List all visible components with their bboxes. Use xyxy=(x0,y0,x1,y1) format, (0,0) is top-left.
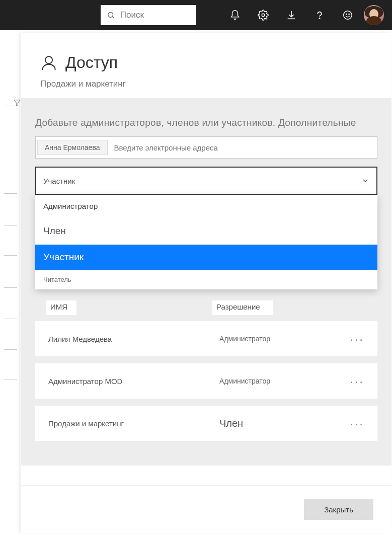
filter-icon xyxy=(13,99,21,107)
row-name: Лилия Медведева xyxy=(48,335,219,343)
download-icon[interactable] xyxy=(277,0,305,30)
role-select-value: Участник xyxy=(43,177,75,185)
role-option-participant[interactable]: Участник xyxy=(35,245,377,270)
smile-icon[interactable] xyxy=(334,0,362,30)
svg-line-1 xyxy=(113,17,114,18)
search-box[interactable] xyxy=(101,5,196,25)
col-name: ИМЯ xyxy=(46,300,76,315)
email-row[interactable]: Анна Ермолаева xyxy=(35,136,377,159)
role-option-admin[interactable]: Администратор xyxy=(35,195,377,217)
role-option-reader[interactable]: Читатель xyxy=(35,270,377,289)
row-name: Продажи и маркетинг xyxy=(48,419,219,428)
more-icon[interactable]: ... xyxy=(350,414,364,432)
chevron-down-icon xyxy=(361,177,369,185)
instruction-text: Добавьте администраторов, членов или уча… xyxy=(35,117,377,128)
role-select[interactable]: Участник xyxy=(35,167,377,195)
col-perm: Разрешение xyxy=(212,300,273,315)
search-icon xyxy=(107,10,115,20)
panel-title: Доступ xyxy=(65,53,118,72)
more-icon[interactable]: ... xyxy=(350,372,364,390)
topbar xyxy=(0,0,392,30)
avatar[interactable] xyxy=(364,5,384,25)
row-name: Администратор MOD xyxy=(48,377,219,386)
person-icon xyxy=(40,54,57,71)
topbar-icons xyxy=(221,0,384,30)
notifications-icon[interactable] xyxy=(221,0,249,30)
table-row: Продажи и маркетинг Член ... xyxy=(35,406,377,441)
svg-point-4 xyxy=(344,11,352,20)
table-row: Администратор MOD Администратор ... xyxy=(35,363,377,399)
svg-point-5 xyxy=(346,14,347,14)
settings-icon[interactable] xyxy=(249,0,277,30)
role-select-wrap: Участник Администратор Член Участник Чит… xyxy=(35,167,377,195)
search-input[interactable] xyxy=(120,10,190,20)
help-icon[interactable] xyxy=(305,0,334,30)
panel-footer: Закрыть xyxy=(21,485,391,533)
email-input[interactable] xyxy=(109,143,377,152)
table-row: Лилия Медведева Администратор ... xyxy=(35,321,377,356)
more-icon[interactable]: ... xyxy=(350,330,364,348)
role-option-member[interactable]: Член xyxy=(35,217,377,245)
panel-body: Добавьте администраторов, членов или уча… xyxy=(21,98,391,466)
access-panel: Доступ Продажи и маркетинг Добавьте адми… xyxy=(21,33,391,533)
table-rows: Лилия Медведева Администратор ... Админи… xyxy=(35,321,377,441)
row-perm: Администратор xyxy=(219,377,340,385)
role-dropdown: Администратор Член Участник Читатель xyxy=(35,195,377,289)
user-chip[interactable]: Анна Ермолаева xyxy=(37,140,108,155)
close-button[interactable]: Закрыть xyxy=(304,499,373,520)
row-perm: Администратор xyxy=(219,335,340,343)
svg-point-0 xyxy=(108,12,113,17)
svg-point-3 xyxy=(319,18,320,19)
row-perm: Член xyxy=(219,418,340,429)
svg-point-2 xyxy=(262,14,265,17)
panel-header: Доступ Продажи и маркетинг xyxy=(21,33,391,98)
svg-point-7 xyxy=(45,56,52,63)
panel-subtitle: Продажи и маркетинг xyxy=(40,79,372,89)
table-head: ИМЯ Разрешение xyxy=(35,300,377,315)
svg-point-6 xyxy=(349,14,349,14)
